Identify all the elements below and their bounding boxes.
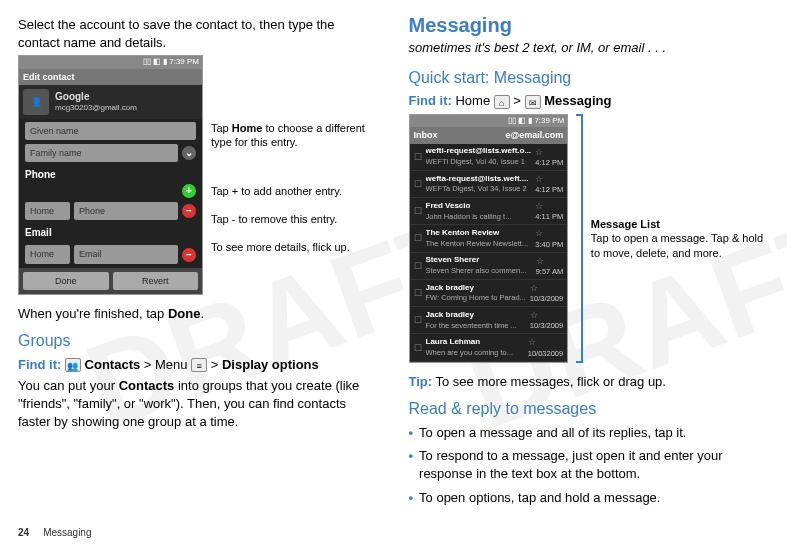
bullet-item: To respond to a message, just open it an…	[409, 447, 770, 482]
inbox-phone-mock: ▯▯ ◧ ▮ 7:39 PM Inbox e@email.com ☐wefti-…	[409, 114, 569, 363]
phone-number-field[interactable]: Phone	[74, 202, 178, 220]
msg-sender: Fred Vescio	[426, 201, 532, 212]
star-icon[interactable]: ☆	[535, 227, 563, 239]
contacts-icon: 👥	[65, 358, 81, 372]
checkbox-icon[interactable]: ☐	[414, 205, 422, 217]
checkbox-icon[interactable]: ☐	[414, 232, 422, 244]
footer-section: Messaging	[43, 526, 91, 540]
status-icons: ▯▯ ◧ ▮	[508, 116, 532, 127]
status-icons: ▯▯ ◧ ▮	[143, 57, 167, 68]
email-type-field[interactable]: Home	[25, 245, 70, 263]
checkbox-icon[interactable]: ☐	[414, 260, 422, 272]
intro-text: Select the account to save the contact t…	[18, 16, 379, 51]
msg-preview: FW: Coming Home to Parad...	[426, 293, 526, 303]
phone-type-field[interactable]: Home	[25, 202, 70, 220]
message-row[interactable]: ☐Fred VescioJohn Haddon is calling t...☆…	[410, 198, 568, 225]
messaging-subtitle: sometimes it's best 2 text, or IM, or em…	[409, 39, 770, 57]
checkbox-icon[interactable]: ☐	[414, 314, 422, 326]
msg-sender: Jack bradley	[426, 283, 526, 294]
star-icon[interactable]: ☆	[530, 282, 563, 294]
msg-preview: The Kenton Review Newslett...	[426, 239, 532, 249]
email-field[interactable]: Email	[74, 245, 178, 263]
remove-email-icon[interactable]: −	[182, 248, 196, 262]
groups-body: You can put your Contacts into groups th…	[18, 377, 379, 430]
status-time: 7:39 PM	[169, 57, 199, 68]
inbox-label: Inbox	[414, 129, 438, 141]
callout-bracket	[576, 114, 583, 363]
checkbox-icon[interactable]: ☐	[414, 178, 422, 190]
message-row[interactable]: ☐wefti-request@lists.weft.o...WEFTi Dige…	[410, 144, 568, 171]
edit-contact-phone-mock: ▯▯ ◧ ▮ 7:39 PM Edit contact 👤 Google mcg…	[18, 55, 203, 295]
remove-phone-icon[interactable]: −	[182, 204, 196, 218]
msg-time: 4:12 PM	[535, 158, 563, 168]
message-row[interactable]: ☐Laura LehmanWhen are you coming to...☆1…	[410, 334, 568, 361]
page-footer: 24 Messaging	[18, 526, 769, 540]
family-name-field[interactable]: Family name	[25, 144, 178, 162]
message-row[interactable]: ☐wefta-request@lists.weft....WEFTa Diges…	[410, 171, 568, 198]
status-time: 7:39 PM	[534, 116, 564, 127]
star-icon[interactable]: ☆	[535, 173, 563, 185]
star-icon[interactable]: ☆	[535, 200, 563, 212]
msg-time: 10/032009	[528, 349, 563, 359]
after-phone-text: When you're finished, tap Done.	[18, 305, 379, 323]
star-icon[interactable]: ☆	[530, 309, 563, 321]
quickstart-heading: Quick start: Messaging	[409, 67, 770, 89]
add-phone-icon[interactable]: +	[182, 184, 196, 198]
msg-time: 9:57 AM	[536, 267, 564, 277]
message-row[interactable]: ☐Jack bradleyFor the seventeenth time ..…	[410, 307, 568, 334]
groups-heading: Groups	[18, 330, 379, 352]
msg-sender: wefti-request@lists.weft.o...	[426, 146, 532, 157]
inbox-account-email: e@email.com	[505, 129, 563, 141]
message-list-label: Message List	[591, 217, 769, 232]
email-section-label: Email	[19, 224, 202, 242]
bullet-item: To open options, tap and hold a message.	[409, 489, 770, 507]
msg-preview: For the seventeenth time ...	[426, 321, 526, 331]
done-button[interactable]: Done	[23, 272, 109, 290]
status-bar: ▯▯ ◧ ▮ 7:39 PM	[19, 56, 202, 69]
left-column: Select the account to save the contact t…	[18, 12, 379, 512]
msg-time: 3:40 PM	[535, 240, 563, 250]
checkbox-icon[interactable]: ☐	[414, 151, 422, 163]
msg-preview: WEFTa Digest, Vol 34, Issue 2	[426, 184, 532, 194]
msg-preview: Steven Sherer also commen...	[426, 266, 532, 276]
star-icon[interactable]: ☆	[528, 336, 563, 348]
msg-time: 4:12 PM	[535, 185, 563, 195]
message-row[interactable]: ☐Jack bradleyFW: Coming Home to Parad...…	[410, 280, 568, 307]
status-bar: ▯▯ ◧ ▮ 7:39 PM	[410, 115, 568, 128]
msg-time: 4:11 PM	[535, 212, 563, 222]
annotation-plus: Tap + to add another entry.	[211, 184, 379, 198]
account-email: mcg30203@gmail.com	[55, 103, 137, 114]
right-column: Messaging sometimes it's best 2 text, or…	[409, 12, 770, 512]
read-reply-bullets: To open a message and all of its replies…	[409, 424, 770, 506]
phone-section-label: Phone	[19, 166, 202, 184]
page-number: 24	[18, 526, 29, 540]
findit-label: Find it:	[18, 357, 61, 372]
annotation-home: Tap Home to choose a different type for …	[211, 121, 379, 150]
given-name-field[interactable]: Given name	[25, 122, 196, 140]
msg-preview: John Haddon is calling t...	[426, 212, 532, 222]
revert-button[interactable]: Revert	[113, 272, 199, 290]
msg-time: 10/3/2009	[530, 294, 563, 304]
read-reply-heading: Read & reply to messages	[409, 398, 770, 420]
account-name: Google	[55, 90, 137, 104]
msg-preview: When are you coming to...	[426, 348, 524, 358]
msg-sender: Jack bradley	[426, 310, 526, 321]
tip-text: Tip: To see more messages, flick or drag…	[409, 373, 770, 391]
screen-title: Edit contact	[19, 69, 202, 85]
star-icon[interactable]: ☆	[535, 146, 563, 158]
quickstart-findit: Find it: Home ⌂ > ✉ Messaging	[409, 92, 770, 110]
annotation-minus: Tap - to remove this entry.	[211, 212, 379, 226]
bullet-item: To open a message and all of its replies…	[409, 424, 770, 442]
messaging-icon: ✉	[525, 95, 541, 109]
star-icon[interactable]: ☆	[536, 255, 564, 267]
home-icon: ⌂	[494, 95, 510, 109]
message-row[interactable]: ☐Steven ShererSteven Sherer also commen.…	[410, 253, 568, 280]
message-row[interactable]: ☐The Kenton ReviewThe Kenton Review News…	[410, 225, 568, 252]
menu-icon: ≡	[191, 358, 207, 372]
checkbox-icon[interactable]: ☐	[414, 287, 422, 299]
msg-sender: Steven Sherer	[426, 255, 532, 266]
checkbox-icon[interactable]: ☐	[414, 342, 422, 354]
contact-avatar-icon: 👤	[23, 89, 49, 115]
expand-name-icon[interactable]: ⌄	[182, 146, 196, 160]
groups-findit: Find it: 👥 Contacts > Menu ≡ > Display o…	[18, 356, 379, 374]
